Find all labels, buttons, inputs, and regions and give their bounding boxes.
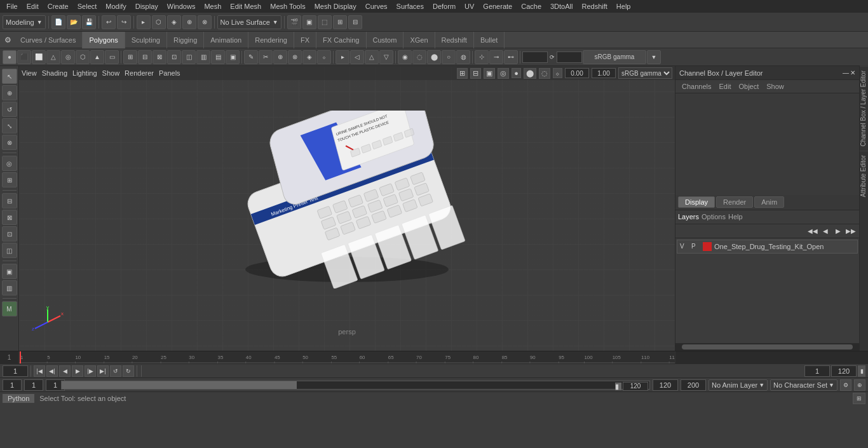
vp-menu-lighting[interactable]: Lighting [72,69,97,77]
cb-tab-object[interactable]: Object [735,81,763,92]
plane-btn[interactable]: ▭ [105,50,119,64]
tab-curves-surfaces[interactable]: Curves / Surfaces [14,32,83,48]
render2-btn[interactable]: ⬚ [318,15,332,29]
menu-create[interactable]: Create [44,1,72,11]
scale-tool[interactable]: ⤡ [2,118,17,133]
snap-curve[interactable]: ⊠ [2,210,17,225]
frame-end-marker[interactable]: ▮ [858,365,865,377]
menu-modify[interactable]: Modify [102,1,130,11]
render-lt[interactable]: ▥ [2,280,17,295]
save-file-btn[interactable]: 💾 [82,15,96,29]
new-file-btn[interactable]: 📄 [51,15,65,29]
snap-edge-btn[interactable]: ⊸ [489,50,503,64]
layer-prev[interactable]: ◀ [820,225,831,236]
pyramid-btn[interactable]: △ [46,50,60,64]
edit-btn3[interactable]: ⊕ [273,50,287,64]
frame-end-input[interactable]: 120 [831,365,857,377]
menu-help[interactable]: Help [613,1,635,11]
vp-menu-shading[interactable]: Shading [42,69,67,77]
menu-mesh-tools[interactable]: Mesh Tools [266,1,309,11]
loop2-btn[interactable]: ↻ [123,365,134,377]
cb-tab-show[interactable]: Show [763,81,788,92]
display-btn4[interactable]: ○ [442,50,456,64]
colorspace-dropdown[interactable]: sRGB gamma [583,50,646,64]
layer-back[interactable]: ◀◀ [807,225,818,236]
edit-btn4[interactable]: ⊗ [288,50,302,64]
display-btn3[interactable]: ⬤ [427,50,441,64]
loop-btn[interactable]: ↺ [110,365,121,377]
menu-deform[interactable]: Deform [429,1,459,11]
go-to-end[interactable]: ▶| [97,365,109,377]
colorspace-arrow[interactable]: ▼ [647,50,661,64]
soft-select[interactable]: ◎ [2,156,17,171]
tab-sculpting[interactable]: Sculpting [125,32,167,48]
vp-menu-view[interactable]: View [22,69,37,77]
layer-v[interactable]: V [680,243,689,250]
select-btn4[interactable]: ▽ [379,50,393,64]
rotate-tool[interactable]: ↺ [2,102,17,117]
menu-edit[interactable]: Edit [23,1,43,11]
tab-bullet[interactable]: Bullet [474,32,505,48]
vp-icon4[interactable]: ◎ [498,68,509,79]
snap-face-btn[interactable]: ⊷ [504,50,518,64]
bc-val1[interactable]: 1 [3,379,22,391]
lasso-btn[interactable]: ⬡ [152,15,166,29]
channel-box-layer-editor-tab[interactable]: Channel Box / Layer Editor [860,66,868,151]
cylinder-btn[interactable]: ⬜ [32,50,46,64]
tab-rendering[interactable]: Rendering [248,32,294,48]
no-anim-layer-dropdown[interactable]: No Anim Layer ▼ [709,379,768,391]
menu-file[interactable]: File [3,1,22,11]
menu-display[interactable]: Display [132,1,162,11]
workspace-dropdown[interactable]: Modeling ▼ [3,15,46,29]
select-tool-btn[interactable]: ▸ [137,15,151,29]
snap-btn[interactable]: ⊕ [182,15,196,29]
menu-mesh[interactable]: Mesh [200,1,225,11]
menu-curves[interactable]: Curves [362,1,391,11]
edit-btn5[interactable]: ◈ [302,50,316,64]
layers-tab[interactable]: Layers [678,213,699,221]
tab-custom[interactable]: Custom [367,32,404,48]
no-live-surface-dropdown[interactable]: No Live Surface ▼ [217,15,281,29]
cb-tab-edit[interactable]: Edit [715,81,735,92]
play-fwd[interactable]: ▶ [72,365,83,377]
vp-icon3[interactable]: ▣ [484,68,495,79]
rp-scrollbar[interactable] [675,343,859,351]
vp-icon7[interactable]: ◌ [539,68,550,79]
hex-btn[interactable]: ⬡ [76,50,90,64]
tab-redshift[interactable]: Redshift [435,32,474,48]
show-manip[interactable]: ⊞ [2,172,17,187]
redo-btn[interactable]: ↪ [117,15,131,29]
cb-tab-channels[interactable]: Channels [678,81,715,92]
maya-logo[interactable]: M [2,301,17,316]
display-btn1[interactable]: ◉ [398,50,412,64]
menu-redshift[interactable]: Redshift [578,1,611,11]
no-character-set-dropdown[interactable]: No Character Set ▼ [770,379,837,391]
step-back[interactable]: ◀| [46,365,58,377]
step-fwd[interactable]: |▶ [85,365,96,377]
snap2-btn[interactable]: ⊗ [198,15,212,29]
vp-val2[interactable]: 1.00 [592,68,616,78]
mesh-ops7[interactable]: ▤ [211,50,225,64]
snap-point[interactable]: ⊡ [2,226,17,241]
tab-fx-caching[interactable]: FX Caching [316,32,366,48]
display-btn5[interactable]: ◍ [456,50,470,64]
edit-btn6[interactable]: ⬦ [317,50,331,64]
menu-select[interactable]: Select [74,1,101,11]
anim-btn[interactable]: ⊟ [348,15,362,29]
tab-fx[interactable]: FX [294,32,316,48]
layer-p[interactable]: P [691,243,700,250]
paint-btn[interactable]: ◈ [167,15,181,29]
menu-generate[interactable]: Generate [479,1,516,11]
vp-menu-show[interactable]: Show [102,69,120,77]
tab-rigging[interactable]: Rigging [167,32,204,48]
tab-settings-btn[interactable]: ⚙ [1,34,14,46]
menu-surfaces[interactable]: Surfaces [393,1,428,11]
snap-grid[interactable]: ⊟ [2,193,17,208]
help-tab[interactable]: Help [728,213,743,221]
gamma-select[interactable]: sRGB gamma [618,67,672,79]
menu-windows[interactable]: Windows [163,1,200,11]
frame-end-slider[interactable]: 120 [623,382,648,391]
options-tab[interactable]: Options [702,213,726,221]
dra-display[interactable]: Display [678,196,715,208]
mesh-ops6[interactable]: ▥ [196,50,210,64]
